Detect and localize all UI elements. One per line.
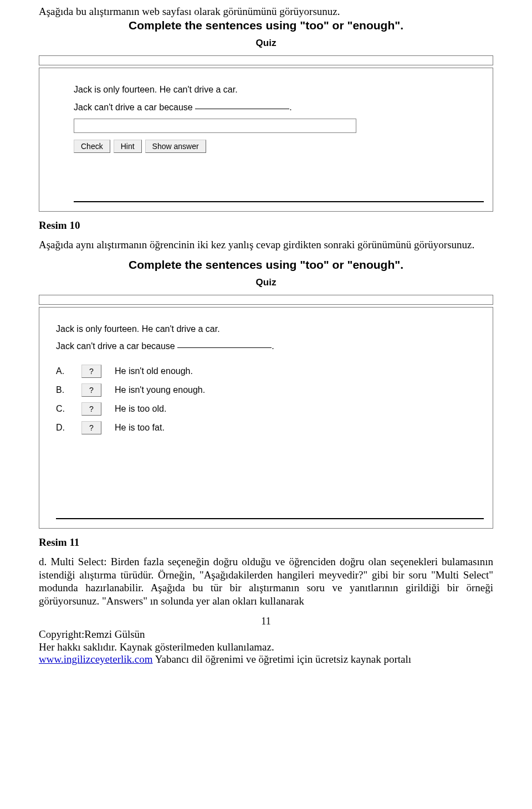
- hint-button[interactable]: Hint: [114, 140, 142, 153]
- box2-divider: [56, 518, 484, 519]
- option-button-d[interactable]: ?: [81, 421, 101, 434]
- question-box-1: Jack is only fourteen. He can't drive a …: [39, 68, 493, 212]
- question-line-1b: Jack can't drive a car because .: [74, 101, 483, 114]
- footer-copyright: Copyright:Remzi Gülsün: [39, 628, 493, 641]
- figure-caption-11: Resim 11: [39, 536, 493, 549]
- option-row-a: A. ? He isn't old enough.: [56, 365, 205, 378]
- button-row-1: Check Hint Show answer: [74, 140, 483, 153]
- option-button-a[interactable]: ?: [81, 365, 101, 378]
- quiz-block-2: Complete the sentences using "too" or "e…: [39, 258, 493, 529]
- answer-input[interactable]: [74, 119, 356, 133]
- question-line-1a: Jack is only fourteen. He can't drive a …: [74, 84, 483, 96]
- option-button-b[interactable]: ?: [81, 383, 101, 397]
- option-label-b: B.: [56, 383, 81, 397]
- quiz-topbar-2: [39, 295, 493, 305]
- figure-caption-10: Resim 10: [39, 219, 493, 232]
- quiz-title-1: Complete the sentences using "too" or "e…: [39, 19, 493, 32]
- footer-link-line: www.ingilizceyeterlik.com Yabancı dil öğ…: [39, 653, 493, 666]
- option-label-c: C.: [56, 402, 81, 416]
- body-paragraph-d: d. Multi Select: Birden fazla seçeneğin …: [39, 555, 493, 608]
- quiz-subtitle-2: Quiz: [39, 277, 493, 288]
- option-text-d: He is too fat.: [115, 421, 205, 434]
- option-row-b: B. ? He isn't young enough.: [56, 383, 205, 397]
- option-label-a: A.: [56, 365, 81, 378]
- option-text-c: He is too old.: [115, 402, 205, 416]
- footer-tail: Yabancı dil öğrenimi ve öğretimi için üc…: [153, 653, 411, 665]
- option-text-a: He isn't old enough.: [115, 365, 205, 378]
- footer-link[interactable]: www.ingilizceyeterlik.com: [39, 653, 153, 665]
- quiz-topbar-1: [39, 55, 493, 65]
- option-text-b: He isn't young enough.: [115, 383, 205, 397]
- question-line-2a: Jack is only fourteen. He can't drive a …: [56, 323, 483, 335]
- options-table: A. ? He isn't old enough. B. ? He isn't …: [56, 359, 205, 440]
- box1-divider: [74, 201, 484, 202]
- option-label-d: D.: [56, 421, 81, 434]
- quiz-title-2: Complete the sentences using "too" or "e…: [39, 258, 493, 272]
- question-line-2b: Jack can't drive a car because .: [56, 340, 483, 352]
- show-answer-button[interactable]: Show answer: [145, 140, 206, 153]
- quiz-block-1: Complete the sentences using "too" or "e…: [39, 19, 493, 212]
- option-button-c[interactable]: ?: [81, 402, 101, 416]
- question-box-2: Jack is only fourteen. He can't drive a …: [39, 307, 493, 529]
- intro-text-1: Aşağıda bu alıştırmanın web sayfası olar…: [39, 6, 493, 18]
- mid-paragraph: Aşağıda aynı alıştırmanın öğrencinin iki…: [39, 238, 493, 252]
- check-button[interactable]: Check: [74, 140, 110, 153]
- footer-rights: Her hakkı saklıdır. Kaynak gösterilmeden…: [39, 641, 493, 654]
- option-row-d: D. ? He is too fat.: [56, 421, 205, 434]
- quiz-subtitle-1: Quiz: [39, 38, 493, 49]
- option-row-c: C. ? He is too old.: [56, 402, 205, 416]
- page-number: 11: [39, 616, 493, 627]
